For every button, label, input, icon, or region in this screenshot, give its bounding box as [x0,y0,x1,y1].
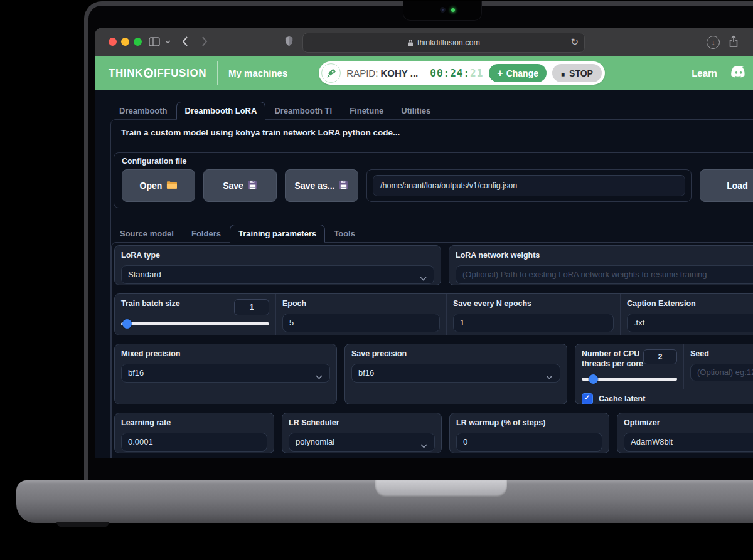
laptop-lid-groove [375,480,507,497]
lr-scheduler-dropdown[interactable]: polynomial [289,433,435,452]
plus-icon [497,68,503,79]
epoch-label: Epoch [282,299,440,309]
stop-machine-button[interactable]: STOP [552,64,602,82]
caption-extension-section: Caption Extension [620,294,753,335]
stop-square-icon [561,68,565,78]
nav-my-machines[interactable]: My machines [228,68,287,78]
cpu-threads-label: Number of CPU threads per core [582,349,643,369]
change-machine-button[interactable]: Change [489,64,547,82]
downloads-icon[interactable]: ↓ [707,36,720,49]
mixed-precision-card: Mixed precision bf16 [114,344,337,404]
machine-status-pill: RAPID: KOHY ... 00:24:21 Change STOP [319,61,605,85]
laptop-base [16,480,753,523]
train-batch-size-label: Train batch size [121,299,180,309]
mixed-precision-label: Mixed precision [121,349,330,359]
optimizer-dropdown[interactable]: AdamW8bit [624,433,753,452]
privacy-shield-icon[interactable] [284,35,294,47]
tab-tools[interactable]: Tools [325,225,364,243]
save-as-config-button[interactable]: Save as... [285,169,358,202]
tab-dreambooth-lora[interactable]: Dreambooth LoRA [176,102,266,120]
tab-source-model[interactable]: Source model [111,225,183,243]
cache-latent-checkbox[interactable] [582,393,593,404]
save-precision-card: Save precision bf16 [344,344,567,404]
thinkdiffusion-logo[interactable]: THINK IFFUSION [109,67,206,80]
train-batch-size-value[interactable]: 1 [234,299,269,315]
forward-button[interactable] [201,36,208,47]
tab-description: Train a custom model using kohya train n… [111,120,753,147]
cpu-seed-cache-card: Number of CPU threads per core 2 Seed [575,344,753,404]
tab-folders[interactable]: Folders [183,225,230,243]
folder-icon [166,181,177,191]
close-window-button[interactable] [109,38,117,46]
lr-warmup-input[interactable] [456,433,602,452]
epoch-section: Epoch [275,294,446,335]
tab-utilities[interactable]: Utilities [392,102,439,120]
lr-warmup-label: LR warmup (% of steps) [456,418,602,428]
minimize-window-button[interactable] [121,38,129,46]
browser-toolbar: thinkdiffusion.com ↻ ↓ [95,28,753,56]
epoch-input[interactable] [282,314,440,332]
chevron-down-icon [316,372,323,381]
lr-scheduler-label: LR Scheduler [289,418,435,428]
lock-icon [407,39,414,47]
save-every-n-epochs-input[interactable] [453,314,614,332]
main-tabs: Dreambooth Dreambooth LoRA Dreambooth TI… [110,102,753,120]
cpu-threads-slider[interactable] [582,374,677,384]
nav-learn[interactable]: Learn [692,68,717,78]
browser-window: thinkdiffusion.com ↻ ↓ THINK IFFUSION My… [95,28,753,458]
lora-network-weights-input[interactable] [456,265,753,284]
training-sub-tabs: Source model Folders Training parameters… [111,225,753,243]
lora-type-label: LoRA type [121,251,434,261]
zoom-window-button[interactable] [134,38,142,46]
dreambooth-lora-panel: Train a custom model using kohya train n… [110,119,753,458]
mixed-precision-dropdown[interactable]: bf16 [121,364,330,383]
caption-extension-input[interactable] [627,314,753,332]
config-path-input[interactable] [373,175,685,196]
load-config-button[interactable]: Load [700,169,753,202]
page-content: Dreambooth Dreambooth LoRA Dreambooth TI… [95,90,753,458]
laptop-foot [56,522,109,527]
learning-rate-label: Learning rate [121,418,267,428]
learning-rate-card: Learning rate [114,413,274,453]
configuration-file-label: Configuration file [122,157,753,166]
save-precision-label: Save precision [351,349,560,359]
tab-training-parameters[interactable]: Training parameters [230,225,325,243]
tab-finetune[interactable]: Finetune [341,102,392,120]
address-bar[interactable]: thinkdiffusion.com ↻ [302,33,585,53]
lora-network-weights-card: LoRA network weights [449,245,753,285]
share-icon[interactable] [729,35,739,48]
cache-latent-label: Cache latent [599,394,645,403]
batch-epoch-card: Train batch size 1 Epoch Sa [114,293,753,335]
discord-icon[interactable] [730,66,747,81]
seed-input[interactable] [690,364,753,381]
session-timer: 00:24:21 [430,67,483,79]
chevron-down-icon[interactable] [165,40,171,44]
header-divider [217,61,218,85]
lora-type-dropdown[interactable]: Standard [121,265,434,284]
cpu-threads-value[interactable]: 2 [643,349,677,364]
tab-dreambooth-ti[interactable]: Dreambooth TI [265,102,341,120]
learning-rate-input[interactable] [121,433,267,452]
url-text: thinkdiffusion.com [417,38,480,47]
machine-name: RAPID: KOHY ... [346,68,418,78]
reload-icon[interactable]: ↻ [570,36,579,48]
logo-text-suffix: IFFUSION [154,67,206,80]
save-every-n-epochs-section: Save every N epochs [446,294,620,335]
logo-d-icon [144,68,153,78]
lora-network-weights-label: LoRA network weights [456,251,753,261]
floppy-disk-icon [339,180,348,191]
save-config-button[interactable]: Save [203,169,277,202]
rocket-icon [321,63,341,83]
tab-dreambooth[interactable]: Dreambooth [110,102,176,120]
sidebar-icon[interactable] [149,37,160,46]
back-button[interactable] [181,36,188,47]
save-every-n-epochs-label: Save every N epochs [453,299,614,309]
caption-extension-label: Caption Extension [627,299,753,309]
save-precision-dropdown[interactable]: bf16 [351,364,560,383]
open-config-button[interactable]: Open [122,169,195,202]
train-batch-size-slider[interactable] [121,319,269,329]
configuration-file-group: Configuration file Open Save [114,152,753,208]
pill-divider [424,66,424,80]
floppy-disk-icon [248,180,257,191]
lr-warmup-card: LR warmup (% of steps) [449,413,609,453]
